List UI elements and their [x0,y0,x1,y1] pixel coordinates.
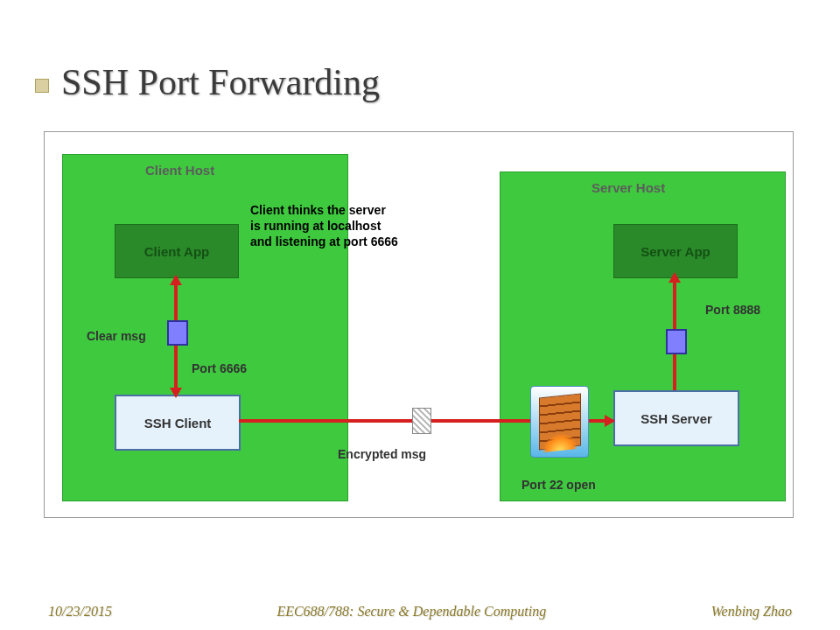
clear-msg-label: Clear msg [87,329,146,343]
client-host-label: Client Host [145,163,214,178]
footer: 10/23/2015 EEC688/788: Secure & Dependab… [0,604,840,620]
ssh-client-label: SSH Client [144,416,212,430]
firewall-icon [530,386,589,458]
firewall-flame-icon [542,431,578,452]
port-6666-box [167,320,188,346]
title-bullet [35,79,49,93]
slide-title: SSH Port Forwarding [61,61,380,103]
arrow-client-up [170,275,182,285]
arrow-server-up [668,272,681,283]
footer-date: 10/23/2015 [48,604,112,620]
server-app-box: Server App [613,224,738,278]
encrypted-msg-label: Encrypted msg [338,447,426,461]
arrow-tunnel-right [605,415,615,427]
port-6666-label: Port 6666 [192,361,247,375]
arrow-client-down [170,388,182,398]
annotation-text: Client thinks the server is running at l… [250,202,399,250]
server-host-label: Server Host [592,180,665,195]
client-app-label: Client App [144,244,209,259]
footer-course: EEC688/788: Secure & Dependable Computin… [112,604,711,620]
server-app-label: Server App [640,244,710,259]
ssh-client-box: SSH Client [115,395,241,451]
footer-author: Wenbing Zhao [711,604,792,620]
client-app-box: Client App [115,224,239,278]
ssh-server-label: SSH Server [640,411,712,426]
firewall-brick-icon [539,393,581,450]
port-8888-box [666,329,687,354]
port-22-label: Port 22 open [522,478,596,492]
encrypted-hatch-icon [412,408,431,434]
port-8888-label: Port 8888 [705,303,760,317]
diagram-canvas: Client Host Server Host Client App Serve… [44,131,794,518]
ssh-server-box: SSH Server [613,390,739,446]
